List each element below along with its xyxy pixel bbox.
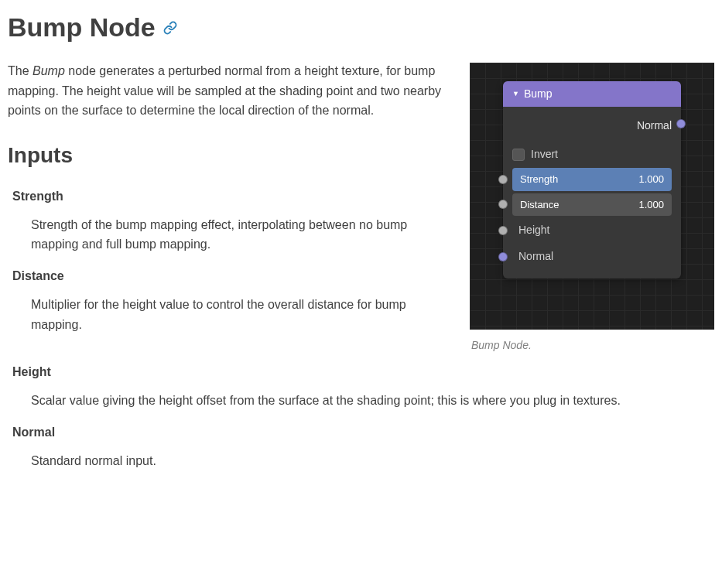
distance-field[interactable]: Distance 1.000 — [512, 193, 672, 217]
desc-strength: Strength of the bump mapping effect, int… — [31, 215, 454, 255]
input-socket-distance[interactable] — [498, 200, 508, 209]
inputs-heading: Inputs — [8, 139, 454, 172]
desc-height: Scalar value giving the height offset fr… — [31, 391, 714, 411]
term-normal: Normal — [8, 423, 714, 442]
strength-field[interactable]: Strength 1.000 — [512, 168, 672, 191]
page-title: Bump Node — [8, 8, 714, 47]
invert-checkbox[interactable] — [512, 149, 525, 161]
height-input[interactable]: Height — [512, 218, 672, 242]
output-normal[interactable]: Normal — [512, 113, 672, 143]
input-socket-strength[interactable] — [498, 175, 508, 184]
desc-distance: Multiplier for the height value to contr… — [31, 295, 454, 334]
term-strength: Strength — [8, 187, 454, 206]
intro-paragraph: The Bump node generates a perturbed norm… — [8, 61, 454, 121]
normal-input[interactable]: Normal — [512, 244, 672, 268]
desc-normal: Standard normal input. — [31, 451, 714, 471]
figure-caption: Bump Node. — [470, 337, 714, 354]
bump-node[interactable]: ▼ Bump Normal Invert Strength — [503, 81, 681, 279]
invert-row[interactable]: Invert — [512, 143, 672, 166]
node-editor-bg: ▼ Bump Normal Invert Strength — [470, 63, 714, 330]
input-socket-normal[interactable] — [498, 252, 508, 262]
term-distance: Distance — [8, 267, 454, 285]
title-text: Bump Node — [8, 8, 156, 47]
input-socket-height[interactable] — [498, 226, 508, 235]
collapse-triangle-icon[interactable]: ▼ — [512, 89, 519, 100]
output-socket-normal[interactable] — [676, 119, 686, 128]
inputs-list-continued: Height Scalar value giving the height of… — [8, 363, 714, 470]
node-figure: ▼ Bump Normal Invert Strength — [470, 63, 714, 354]
invert-label: Invert — [531, 146, 558, 162]
term-height: Height — [8, 363, 714, 381]
node-title: Bump — [524, 86, 553, 102]
permalink-icon[interactable] — [163, 21, 177, 35]
node-header[interactable]: ▼ Bump — [503, 81, 681, 107]
inputs-list: Strength Strength of the bump mapping ef… — [8, 187, 454, 334]
